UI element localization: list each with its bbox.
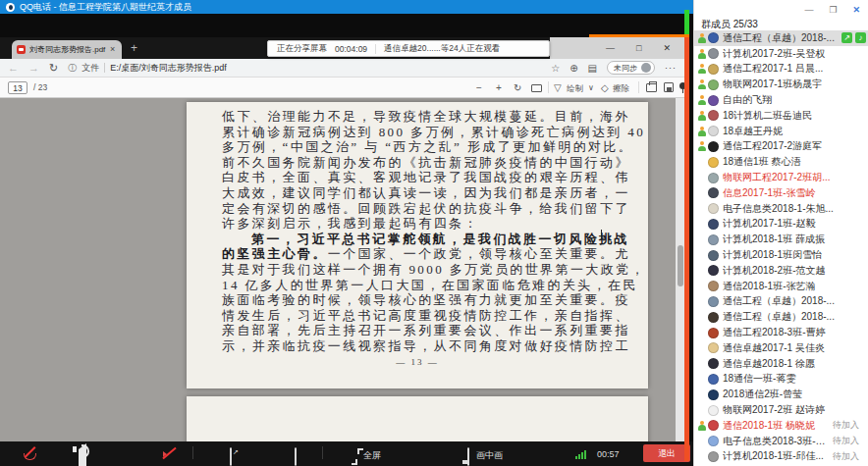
save-icon[interactable]	[664, 82, 674, 92]
panel-minimize-button[interactable]: —	[804, 4, 813, 16]
rotate-icon[interactable]: ↻	[514, 81, 521, 94]
member-row[interactable]: 计算机2017-1班-赵毅	[694, 217, 868, 233]
whiteboard-icon[interactable]	[295, 447, 297, 466]
status-placeholder	[696, 157, 707, 168]
member-avatar	[708, 203, 719, 214]
address-bar[interactable]: ⓘ 文件 E:/桌面/刘奇同志形势报告.pdf	[68, 62, 541, 75]
exit-call-button[interactable]: 退出	[643, 444, 690, 462]
refresh-icon[interactable]: ↻	[49, 62, 58, 75]
divider	[322, 446, 323, 459]
favorites-star-icon[interactable]: ☆	[551, 63, 560, 74]
browser-minimize-button[interactable]: —	[606, 43, 615, 53]
speaker-icon[interactable]	[79, 443, 86, 466]
member-avatar	[708, 451, 719, 462]
favorites-list-icon[interactable]: ⊕	[570, 63, 577, 74]
member-name: 通信工程2018-3班-曹婷	[723, 326, 868, 339]
member-row[interactable]: 18通信一班-蒋雯	[694, 372, 868, 388]
member-name: 通信工程（卓越）2018-...	[723, 294, 868, 308]
pdf-text-line: 亲自部署，先后主持召开一系列重要会议、作出一系列重要指	[222, 323, 621, 338]
member-row[interactable]: 物联网2017-1班杨晟宇	[694, 77, 868, 92]
pdf-scrollbar[interactable]	[676, 98, 684, 441]
erase-label[interactable]: 擦除	[613, 82, 629, 95]
online-status-person-icon	[696, 64, 707, 75]
member-avatar	[708, 64, 719, 75]
status-placeholder	[696, 374, 707, 385]
member-row[interactable]: 通信卓越2017-1 吴佳炎	[694, 340, 868, 356]
qq-logo-icon	[6, 3, 15, 12]
member-avatar	[708, 95, 719, 106]
erase-icon[interactable]: ◇	[601, 81, 609, 94]
member-row[interactable]: 电子信息类2018-1-朱旭...	[694, 201, 868, 217]
call-window-title: QQ电话 - 信息工程学院第八期世纪英才成员	[20, 0, 191, 14]
member-row[interactable]: 通信工程2018-3班-曹婷	[694, 325, 868, 340]
pending-join-status: 待加入	[833, 435, 868, 447]
fullscreen-label[interactable]: 全屏	[363, 449, 381, 462]
pip-label[interactable]: 画中画	[476, 449, 503, 462]
status-placeholder	[696, 328, 707, 338]
member-row[interactable]: 信息2017-1班-张雪岭	[694, 185, 868, 201]
browser-menu-icon[interactable]: ···	[665, 63, 677, 73]
profile-button[interactable]: 未同步	[607, 61, 655, 75]
member-row[interactable]: 通信工程（卓越）2018-...	[694, 309, 868, 325]
member-row[interactable]: 18计算机二班岳迪民	[694, 108, 868, 124]
page-number-input[interactable]: 13	[8, 81, 27, 94]
member-row[interactable]: 通信卓越2018-1 徐愿	[694, 356, 868, 372]
pip-icon[interactable]	[467, 447, 469, 466]
page-info-icon[interactable]: ⓘ	[68, 62, 77, 75]
member-row[interactable]: 通信工程2017-2游庭军	[694, 139, 868, 155]
member-row[interactable]: 18通信1班 蔡心浯	[694, 154, 868, 170]
pdf-text-line: 族面临考验的时候，领导核心的坚强有力就更加至关重要。疫	[222, 292, 621, 308]
pdf-content-area[interactable]: 低下、治理能力不足，导致疫情全球大规模蔓延。目前，海外累计确诊新冠病例达到 80…	[0, 98, 684, 441]
collections-icon[interactable]: ▤	[588, 63, 597, 74]
browser-tab-pdf[interactable]: 刘奇同志形势报告.pdf ×	[12, 40, 122, 59]
pdf-text-line: 白皮书，全面、真实、客观地记录了我国战疫的艰辛历程、伟	[222, 170, 621, 185]
member-row[interactable]: 计算机2017-2班-吴登权	[694, 46, 868, 62]
pdf-page-14-partial	[187, 396, 648, 441]
pdf-scrollbar-thumb[interactable]	[678, 245, 683, 286]
member-row[interactable]: 2018通信2班-曾莹	[694, 387, 868, 402]
member-row[interactable]: 通信2018-1班-张艺瀚	[694, 279, 868, 294]
member-row[interactable]: 通信工程（卓越）2018-...	[694, 294, 868, 310]
pdf-text-line: 低下、治理能力不足，导致疫情全球大规模蔓延。目前，海外	[222, 109, 621, 125]
panel-close-button[interactable]: ✕	[852, 4, 860, 16]
member-row[interactable]: 电子信息类2018-3班-肖...待加入	[694, 434, 868, 449]
member-avatar	[708, 219, 719, 230]
member-row[interactable]: 计算机2018-1班闵雪怡	[694, 247, 868, 263]
tab-close-icon[interactable]: ×	[110, 45, 115, 54]
new-tab-button[interactable]: +	[131, 41, 137, 55]
status-placeholder	[696, 296, 707, 307]
draw-icon[interactable]: ▽	[554, 81, 562, 94]
back-icon[interactable]: ←	[8, 62, 19, 74]
fit-to-page-icon[interactable]	[531, 84, 542, 92]
pdf-text-line: 14 亿多人的世界第一人口大国，在国家面临危难的关头，在民	[222, 278, 621, 293]
member-name: 通信2018-1班-张艺瀚	[723, 280, 868, 293]
member-row[interactable]: 通信工程（卓越）2018-...↗♪	[694, 30, 868, 46]
zoom-in-icon[interactable]: +	[496, 81, 502, 94]
draw-label[interactable]: 绘制	[567, 82, 583, 95]
screen-share-icon[interactable]: ↗	[230, 447, 232, 466]
browser-restore-button[interactable]: □	[636, 43, 641, 53]
member-row[interactable]: 通信工程2017-1 吕晨...	[694, 62, 868, 78]
qq-call-window: QQ电话 - 信息工程学院第八期世纪英才成员 刘奇同志形势报告.pdf × + …	[0, 0, 868, 466]
pdf-text-line: 其是对于我们这样一个拥有 9000 多万党员的世界第一大政党，	[222, 262, 621, 278]
member-name: 物联网工程2017-2班胡...	[723, 171, 868, 184]
member-row[interactable]: 物联网2017-2班 赵诗婷	[694, 402, 868, 418]
member-name: 通信工程（卓越）2018-...	[723, 31, 841, 45]
member-row[interactable]: 通信2018-1班 杨晓妮待加入	[694, 418, 868, 434]
member-name: 通信卓越2017-1 吴佳炎	[723, 341, 868, 355]
zoom-out-icon[interactable]: −	[476, 81, 482, 94]
chevron-down-icon[interactable]: ∨	[588, 81, 594, 94]
status-placeholder	[696, 405, 707, 416]
forward-icon[interactable]: →	[28, 62, 39, 74]
member-row[interactable]: 计算机2018-1班 薛成振	[694, 232, 868, 247]
member-name: 通信2018-1班 杨晓妮	[723, 419, 833, 433]
browser-close-button[interactable]: ✕	[663, 43, 671, 53]
member-row[interactable]: 计算机2018-1班-邱佳...待加入	[694, 449, 868, 465]
member-row[interactable]: 自由的飞翔	[694, 92, 868, 108]
member-row[interactable]: 计算机2018-2班-范文越	[694, 263, 868, 279]
print-icon[interactable]	[646, 83, 657, 92]
member-row[interactable]: 物联网工程2017-2班胡...	[694, 170, 868, 185]
panel-restore-button[interactable]: ❐	[829, 4, 837, 16]
member-row[interactable]: 18卓越王丹妮	[694, 124, 868, 139]
panel-window-controls: — ❐ ✕	[804, 4, 860, 16]
